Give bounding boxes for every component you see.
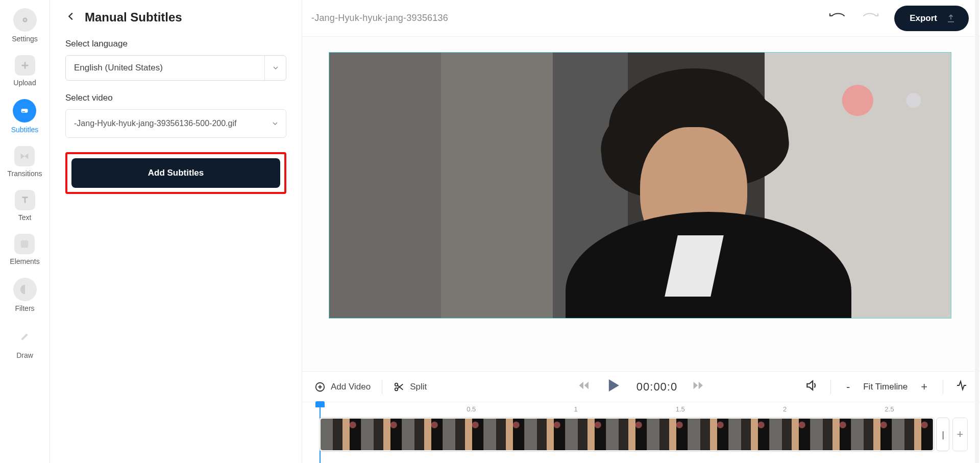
filters-icon [13,278,37,301]
rail-item-elements[interactable]: Elements [10,234,39,265]
subtitles-panel: Manual Subtitles Select language English… [50,0,302,463]
add-video-label: Add Video [331,382,371,392]
clip-thumbnail [525,419,566,450]
rail-label: Settings [12,35,38,43]
rail-item-settings[interactable]: Settings [12,8,38,43]
ruler-tick: 1.5 [676,405,685,413]
main-area: -Jang-Hyuk-hyuk-jang-39356136 Export [302,0,980,463]
rail-label: Elements [10,257,39,265]
svg-rect-2 [21,109,28,112]
clip-thumbnail [851,419,892,450]
split-label: Split [410,382,427,392]
export-icon [946,14,955,23]
rail-item-filters[interactable]: Filters [13,278,37,312]
scissors-icon [394,381,405,393]
subtitles-icon [13,99,36,123]
back-button[interactable] [65,11,77,24]
clip-thumbnail [402,419,443,450]
svg-point-7 [395,387,398,391]
rail-label: Subtitles [11,126,39,134]
divider [382,380,382,394]
clip-thumbnail [647,419,688,450]
waveform-button[interactable] [955,379,968,394]
timeline-toolbar: Add Video Split 00:00:0 [302,371,980,402]
clip-thumbnail [688,419,729,450]
text-icon [15,190,35,210]
play-button[interactable] [605,377,621,396]
topbar: -Jang-Hyuk-hyuk-jang-39356136 Export [302,0,980,37]
add-subtitles-button[interactable]: Add Subtitles [71,158,280,188]
redo-button[interactable] [862,13,879,24]
svg-rect-4 [21,240,29,248]
ruler-tick: 1 [574,405,577,413]
clip-thumbnail [770,419,811,450]
export-button[interactable]: Export [894,6,969,31]
rail-item-upload[interactable]: Upload [13,55,36,87]
transitions-icon [14,146,35,166]
rail-item-text[interactable]: Text [15,190,35,222]
left-rail: Settings Upload Subtitles Transitions Te… [0,0,50,463]
plus-circle-icon [314,381,326,393]
chevron-down-icon [264,110,286,137]
panel-title: Manual Subtitles [85,10,182,25]
rail-item-subtitles[interactable]: Subtitles [11,99,39,134]
draw-icon [13,325,37,348]
document-title: -Jang-Hyuk-hyuk-jang-39356136 [311,13,448,23]
export-label: Export [910,13,937,23]
clip-thumbnail [729,419,770,450]
ruler-tick: 0.5 [467,405,476,413]
divider [830,380,831,394]
timeline[interactable]: 0.511.522.53 ❙ + [302,402,980,463]
rail-label: Upload [13,79,36,87]
chevron-down-icon [264,56,286,80]
video-select[interactable]: -Jang-Hyuk-hyuk-jang-39356136-500-200.gi… [65,109,286,138]
zoom-in-button[interactable]: + [918,380,930,394]
volume-icon [805,379,818,392]
timeline-ruler: 0.511.522.53 [314,402,968,416]
divider [943,380,943,394]
clip-thumbnail [606,419,647,450]
settings-icon [13,8,37,32]
scrollbar[interactable] [975,0,979,463]
language-label: Select language [65,39,286,49]
activity-icon [955,379,968,392]
timeline-clip[interactable] [320,418,934,451]
clip-thumbnail [321,419,361,450]
rail-label: Transitions [8,169,42,178]
clip-thumbnail [361,419,402,450]
language-value: English (United States) [74,63,163,73]
clip-thumbnail [892,419,933,450]
ruler-tick: 2.5 [885,405,894,413]
split-button[interactable]: Split [394,381,427,393]
add-video-button[interactable]: Add Video [314,381,371,393]
forward-button[interactable] [693,381,704,393]
upload-icon [15,55,35,76]
clip-thumbnail [484,419,525,450]
video-value: -Jang-Hyuk-hyuk-jang-39356136-500-200.gi… [74,119,236,128]
svg-point-1 [24,19,26,21]
clip-thumbnail [566,419,606,450]
video-preview[interactable] [329,52,951,319]
chevron-left-icon [65,11,77,22]
rail-label: Draw [16,351,33,359]
rail-item-draw[interactable]: Draw [13,325,37,359]
volume-button[interactable] [805,379,818,395]
svg-rect-3 [22,111,26,112]
zoom-out-button[interactable]: - [843,380,853,394]
highlight-annotation: Add Subtitles [65,152,286,194]
rail-label: Filters [15,304,34,312]
video-label: Select video [65,93,286,103]
rewind-button[interactable] [578,381,590,393]
undo-button[interactable] [829,13,846,24]
clip-thumbnail [443,419,484,450]
fit-timeline-button[interactable]: Fit Timeline [863,382,908,392]
ruler-tick: 2 [783,405,787,413]
clip-thumbnail [811,419,851,450]
timecode: 00:00:0 [636,380,677,394]
rail-item-transitions[interactable]: Transitions [8,146,42,178]
language-select[interactable]: English (United States) [65,55,286,81]
svg-point-6 [395,383,398,386]
clip-handle[interactable]: ❙ [936,418,949,451]
rail-label: Text [18,213,32,222]
add-clip-button[interactable]: + [952,418,968,451]
